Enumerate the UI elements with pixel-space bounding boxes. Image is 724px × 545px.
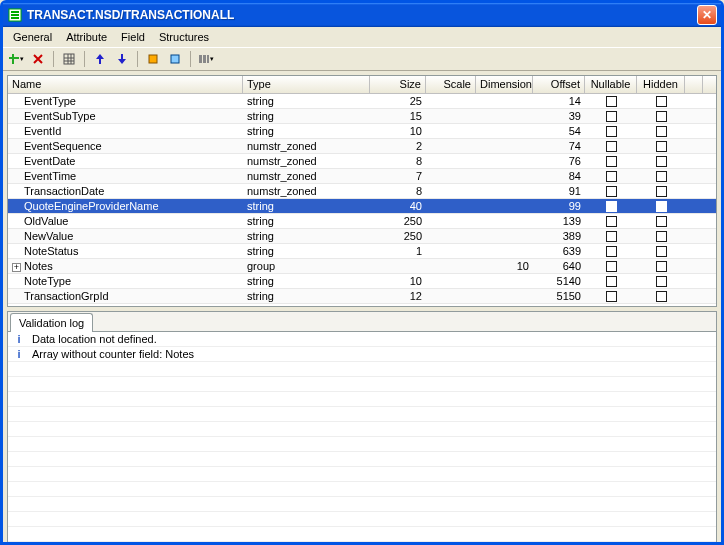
- cell-hidden[interactable]: [637, 170, 685, 183]
- close-button[interactable]: ✕: [697, 5, 717, 25]
- grid-header: Name Type Size Scale Dimension Offset Nu…: [8, 76, 716, 94]
- col-nullable[interactable]: Nullable: [585, 76, 637, 93]
- cell-nullable[interactable]: [585, 170, 637, 183]
- cell-type: string: [243, 290, 370, 302]
- move-up-button[interactable]: [91, 50, 109, 68]
- table-row[interactable]: NewValuestring250389: [8, 229, 716, 244]
- cell-size: 2: [370, 140, 426, 152]
- validation-row-empty: [8, 392, 716, 407]
- menu-attribute[interactable]: Attribute: [60, 29, 113, 45]
- cell-nullable[interactable]: [585, 140, 637, 153]
- grid-body[interactable]: EventTypestring2514EventSubTypestring153…: [8, 94, 716, 306]
- col-offset[interactable]: Offset: [533, 76, 585, 93]
- tool-a-button[interactable]: [144, 50, 162, 68]
- table-row[interactable]: EventSequencenumstr_zoned274: [8, 139, 716, 154]
- cell-nullable[interactable]: [585, 185, 637, 198]
- validation-row-empty: [8, 512, 716, 527]
- table-row[interactable]: OldValuestring250139: [8, 214, 716, 229]
- table-row[interactable]: EventIdstring1054: [8, 124, 716, 139]
- validation-panel: Validation log iData location not define…: [7, 311, 717, 542]
- validation-message: Data location not defined.: [32, 333, 157, 345]
- col-name[interactable]: Name: [8, 76, 243, 93]
- cell-hidden[interactable]: [637, 125, 685, 138]
- cell-type: numstr_zoned: [243, 170, 370, 182]
- svg-rect-7: [199, 55, 202, 63]
- cell-hidden[interactable]: [637, 305, 685, 306]
- svg-rect-1: [11, 11, 19, 13]
- cell-nullable[interactable]: [585, 95, 637, 108]
- tab-validation-log[interactable]: Validation log: [10, 313, 93, 332]
- cell-nullable[interactable]: [585, 245, 637, 258]
- cell-size: 8: [370, 185, 426, 197]
- table-row[interactable]: NoteTypestring105140: [8, 274, 716, 289]
- cell-name: NewValue: [8, 230, 243, 242]
- table-row[interactable]: TransactionDatenumstr_zoned891: [8, 184, 716, 199]
- cell-nullable[interactable]: [585, 275, 637, 288]
- cell-name: TransactionId: [8, 305, 243, 306]
- menu-field[interactable]: Field: [115, 29, 151, 45]
- cell-nullable[interactable]: [585, 125, 637, 138]
- expand-icon[interactable]: +: [12, 263, 21, 272]
- table-row[interactable]: QuoteEngineProviderNamestring4099: [8, 199, 716, 214]
- cell-type: string: [243, 95, 370, 107]
- cell-name: EventSubType: [8, 110, 243, 122]
- cell-offset: 39: [533, 110, 585, 122]
- cell-hidden[interactable]: [637, 290, 685, 303]
- cell-hidden[interactable]: [637, 185, 685, 198]
- cell-hidden[interactable]: [637, 140, 685, 153]
- cell-offset: 99: [533, 200, 585, 212]
- cell-nullable[interactable]: [585, 200, 637, 213]
- validation-row-empty: [8, 362, 716, 377]
- move-down-button[interactable]: [113, 50, 131, 68]
- cell-nullable[interactable]: [585, 110, 637, 123]
- dialog-window: TRANSACT.NSD/TRANSACTIONALL ✕ General At…: [0, 0, 724, 545]
- cell-hidden[interactable]: [637, 230, 685, 243]
- col-type[interactable]: Type: [243, 76, 370, 93]
- grid-button[interactable]: [60, 50, 78, 68]
- table-row[interactable]: NoteStatusstring1639: [8, 244, 716, 259]
- cell-hidden[interactable]: [637, 95, 685, 108]
- validation-row-empty: [8, 407, 716, 422]
- cell-nullable[interactable]: [585, 260, 637, 273]
- cell-type: string: [243, 245, 370, 257]
- col-hidden[interactable]: Hidden: [637, 76, 685, 93]
- cell-hidden[interactable]: [637, 200, 685, 213]
- cell-hidden[interactable]: [637, 260, 685, 273]
- table-row[interactable]: TransactionGrpIdstring125150: [8, 289, 716, 304]
- cell-name: OldValue: [8, 215, 243, 227]
- info-icon: i: [12, 348, 26, 360]
- table-row[interactable]: +Notesgroup10640: [8, 259, 716, 274]
- cell-nullable[interactable]: [585, 290, 637, 303]
- table-row[interactable]: EventSubTypestring1539: [8, 109, 716, 124]
- cell-hidden[interactable]: [637, 155, 685, 168]
- tool-b-button[interactable]: [166, 50, 184, 68]
- cell-nullable[interactable]: [585, 230, 637, 243]
- validation-row[interactable]: iData location not defined.: [8, 332, 716, 347]
- svg-rect-3: [11, 17, 19, 19]
- table-row[interactable]: TransactionIdstring125162: [8, 304, 716, 306]
- col-dimension[interactable]: Dimension: [476, 76, 533, 93]
- columns-button[interactable]: ▾: [197, 50, 215, 68]
- cell-nullable[interactable]: [585, 305, 637, 306]
- cell-hidden[interactable]: [637, 110, 685, 123]
- cell-hidden[interactable]: [637, 275, 685, 288]
- menu-general[interactable]: General: [7, 29, 58, 45]
- table-row[interactable]: EventDatenumstr_zoned876: [8, 154, 716, 169]
- cell-size: 12: [370, 305, 426, 306]
- delete-button[interactable]: [29, 50, 47, 68]
- titlebar: TRANSACT.NSD/TRANSACTIONALL ✕: [3, 3, 721, 27]
- cell-hidden[interactable]: [637, 245, 685, 258]
- col-size[interactable]: Size: [370, 76, 426, 93]
- cell-offset: 54: [533, 125, 585, 137]
- cell-name: EventId: [8, 125, 243, 137]
- cell-nullable[interactable]: [585, 215, 637, 228]
- table-row[interactable]: EventTimenumstr_zoned784: [8, 169, 716, 184]
- menu-structures[interactable]: Structures: [153, 29, 215, 45]
- add-button[interactable]: ▾: [7, 50, 25, 68]
- table-row[interactable]: EventTypestring2514: [8, 94, 716, 109]
- cell-nullable[interactable]: [585, 155, 637, 168]
- validation-row[interactable]: iArray without counter field: Notes: [8, 347, 716, 362]
- cell-size: 15: [370, 110, 426, 122]
- col-scale[interactable]: Scale: [426, 76, 476, 93]
- cell-hidden[interactable]: [637, 215, 685, 228]
